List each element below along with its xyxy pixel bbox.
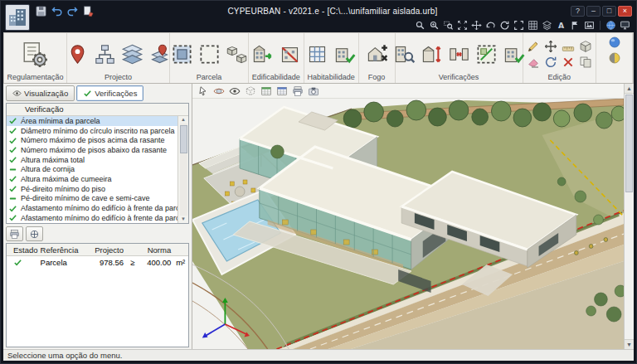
rotate-icon[interactable] — [544, 56, 557, 69]
redo-icon[interactable] — [66, 5, 79, 17]
check-icon — [8, 116, 17, 125]
verification-item[interactable]: Número máximo de pisos acima da rasante — [7, 135, 177, 145]
find-icon[interactable] — [415, 20, 425, 31]
verification-item[interactable]: Altura de cornija — [7, 164, 177, 174]
verify-distances-icon[interactable] — [448, 43, 470, 66]
viewport-3d[interactable] — [192, 84, 624, 349]
eraser-icon[interactable] — [527, 56, 540, 69]
verification-item[interactable]: Área mínima da parcela — [7, 116, 177, 126]
check-icon — [8, 145, 17, 154]
snapshot-icon[interactable] — [308, 85, 319, 97]
verification-item[interactable]: Altura máxima total — [7, 155, 177, 165]
flag-icon[interactable] — [570, 20, 581, 31]
ribbon: RegulamentaçãoProjectoParcelaEdificabili… — [3, 32, 634, 84]
fullscreen-icon[interactable] — [513, 20, 524, 31]
monitor-icon[interactable] — [620, 20, 630, 31]
tab-label: Verificações — [95, 89, 137, 98]
edit-config-icon[interactable] — [82, 5, 95, 17]
table-green-icon[interactable] — [260, 85, 272, 97]
house-plus-minus-icon[interactable] — [366, 43, 388, 66]
org-chart-icon[interactable] — [94, 43, 116, 66]
verification-label: Número máximo de pisos acima da rasante — [21, 136, 165, 144]
contrast-icon[interactable] — [608, 51, 621, 65]
sphere-icon[interactable] — [608, 36, 621, 49]
text-style-icon[interactable]: A — [556, 20, 566, 31]
verification-label: Pé-direito mínimo de cave e semi-cave — [21, 194, 150, 202]
referencia-cell: Parcela — [38, 258, 87, 267]
scroll-thumb[interactable] — [180, 125, 187, 153]
pan-icon[interactable] — [471, 20, 482, 31]
delete-x-icon[interactable] — [562, 56, 575, 69]
cube-icon[interactable] — [579, 40, 592, 53]
scene-3d-model[interactable] — [192, 99, 624, 349]
verification-item[interactable]: Altura máxima de cumeeira — [7, 174, 177, 184]
undo-icon[interactable] — [51, 5, 63, 17]
layers-stack-icon[interactable] — [121, 43, 143, 66]
table-row[interactable]: Parcela978.56≥400.00m² — [7, 256, 188, 268]
scroll-down-icon[interactable]: ▼ — [181, 216, 186, 222]
zoom-window-icon[interactable] — [443, 20, 454, 31]
building-section-icon[interactable] — [279, 43, 301, 66]
previous-view-icon[interactable] — [485, 20, 496, 31]
verify-heights-icon[interactable] — [421, 43, 443, 66]
eye-icon[interactable] — [229, 85, 241, 97]
minimize-button[interactable]: – — [586, 6, 601, 17]
verify-building-icon[interactable] — [393, 43, 416, 66]
verification-item[interactable]: Afastamento mínimo do edifício à frente … — [7, 203, 177, 213]
check-icon — [8, 213, 17, 222]
printer-icon[interactable] — [292, 85, 304, 97]
parcel-icon[interactable] — [198, 43, 221, 66]
ribbon-group-regulamenta-o: Regulamentação — [4, 33, 67, 83]
verification-label: Número máximo de pisos abaixo da rasante — [21, 146, 167, 154]
verification-item[interactable]: Diâmetro mínimo do círculo inscrito na p… — [7, 126, 177, 136]
building-grid-icon[interactable] — [306, 43, 328, 66]
tab-verificações[interactable]: Verificações — [76, 85, 143, 101]
maximize-button[interactable]: □ — [602, 6, 616, 17]
pencil-icon[interactable] — [527, 40, 540, 53]
projecto-cell: 978.56 — [87, 258, 126, 267]
globe-icon[interactable] — [605, 20, 616, 31]
ribbon-group-fogo: Fogo — [359, 33, 396, 83]
list-scrollbar[interactable]: ▲ ▼ — [177, 116, 188, 223]
verify-areas-icon[interactable] — [475, 43, 498, 66]
verification-item[interactable]: Afastamento mínimo do edifício à frente … — [7, 213, 177, 223]
redraw-icon[interactable] — [499, 20, 510, 31]
pointer-icon[interactable] — [197, 85, 209, 97]
scroll-up-icon[interactable]: ▲ — [181, 117, 186, 123]
verification-item[interactable]: Pé-direito mínimo do piso — [7, 184, 177, 194]
tab-visualização[interactable]: Visualização — [6, 85, 75, 101]
grid-icon[interactable] — [528, 20, 538, 31]
dash-icon — [8, 165, 17, 174]
section-box-icon[interactable] — [245, 85, 256, 97]
image-icon[interactable] — [584, 20, 595, 31]
print-report-button[interactable] — [6, 226, 23, 241]
vertical-scrollbar[interactable]: ▲ ▼ — [624, 84, 634, 349]
save-icon[interactable] — [35, 5, 47, 17]
ruler-icon[interactable] — [562, 40, 575, 53]
help-button[interactable]: ? — [571, 6, 585, 17]
app-logo-icon[interactable] — [5, 4, 30, 31]
move-icon[interactable] — [544, 40, 557, 53]
zoom-in-icon[interactable] — [429, 20, 440, 31]
search-plus-button[interactable] — [26, 226, 43, 241]
close-button[interactable]: × — [618, 6, 632, 17]
verification-item[interactable]: Número máximo de pisos abaixo da rasante — [7, 145, 177, 155]
scrollbar-down-icon[interactable]: ▼ — [625, 339, 634, 349]
layers-icon[interactable] — [542, 20, 552, 31]
building-export-icon[interactable] — [251, 43, 274, 66]
location-pin-icon[interactable] — [66, 43, 89, 66]
building-check-icon[interactable] — [333, 43, 356, 66]
toolbar-separator — [600, 21, 601, 30]
scrollbar-up-icon[interactable]: ▲ — [625, 84, 634, 94]
regulation-gear-icon[interactable] — [20, 40, 50, 70]
building-check-icon[interactable] — [503, 43, 525, 66]
cube-pair-icon[interactable] — [226, 43, 248, 66]
orbit-icon[interactable] — [213, 85, 225, 97]
scrollbar-thumb[interactable] — [625, 95, 633, 192]
pin-layers-icon[interactable] — [148, 43, 171, 66]
verification-item[interactable]: Pé-direito mínimo de cave e semi-cave — [7, 194, 177, 204]
zoom-extents-icon[interactable] — [457, 20, 468, 31]
table-blue-icon[interactable] — [276, 85, 288, 97]
copy-icon[interactable] — [579, 56, 592, 69]
parcel-selected-icon[interactable] — [171, 43, 193, 66]
